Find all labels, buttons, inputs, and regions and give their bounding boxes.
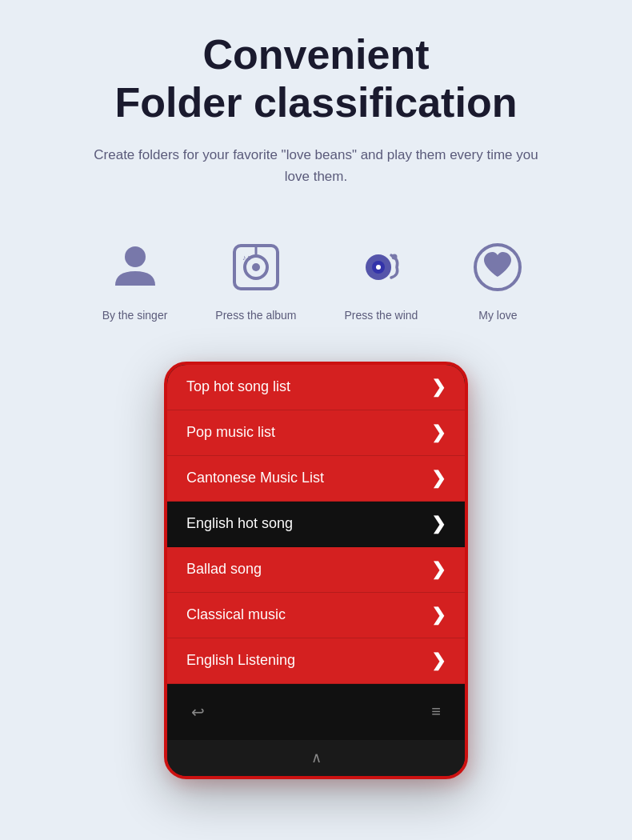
icon-singer[interactable]: By the singer: [102, 235, 168, 322]
icon-wind[interactable]: Press the wind: [345, 235, 418, 322]
menu-item-ballad[interactable]: Ballad song ❯: [167, 547, 465, 593]
phone-screen: Top hot song list ❯ Pop music list ❯ Can…: [167, 365, 465, 684]
svg-point-9: [392, 254, 398, 259]
chevron-icon: ❯: [431, 650, 446, 671]
menu-item-text: Top hot song list: [186, 378, 290, 395]
icons-row: By the singer ♪♫ Press the album Press t…: [0, 203, 632, 346]
menu-item-english-listening[interactable]: English Listening ❯: [167, 638, 465, 684]
phone-container: Top hot song list ❯ Pop music list ❯ Can…: [0, 346, 632, 811]
menu-item-english-hot[interactable]: English hot song ❯: [167, 502, 465, 547]
chevron-icon: ❯: [431, 605, 446, 626]
love-icon: [470, 239, 526, 295]
icon-album[interactable]: ♪♫ Press the album: [215, 235, 296, 322]
singer-icon: [107, 239, 163, 295]
menu-item-text: English hot song: [186, 515, 293, 532]
menu-item-classical[interactable]: Classical music ❯: [167, 593, 465, 638]
subtitle-text: Create folders for your favorite "love b…: [84, 144, 548, 187]
svg-point-0: [125, 246, 146, 267]
header-section: Convenient Folder classification Create …: [0, 0, 632, 203]
menu-item-text: Cantonese Music List: [186, 470, 324, 486]
phone-home-area: ∧: [167, 740, 465, 776]
title-line1: Convenient: [48, 32, 584, 78]
menu-item-text: English Listening: [186, 652, 295, 669]
menu-list: Top hot song list ❯ Pop music list ❯ Can…: [167, 365, 465, 684]
svg-text:♪♫: ♪♫: [242, 254, 251, 262]
title-line2: Folder classification: [48, 78, 584, 127]
home-chevron-icon[interactable]: ∧: [311, 749, 322, 766]
menu-item-text: Pop music list: [186, 424, 275, 441]
album-label: Press the album: [215, 309, 296, 322]
menu-icon[interactable]: ≡: [431, 702, 441, 721]
chevron-icon: ❯: [431, 468, 446, 489]
svg-point-3: [252, 263, 260, 271]
phone-bottom-bar: ↩ ≡: [167, 684, 465, 740]
menu-item-text: Classical music: [186, 606, 286, 623]
menu-item-top-hot[interactable]: Top hot song list ❯: [167, 365, 465, 410]
chevron-icon: ❯: [431, 377, 446, 398]
wind-icon: [353, 239, 409, 295]
icon-love[interactable]: My love: [466, 235, 530, 322]
menu-item-pop[interactable]: Pop music list ❯: [167, 410, 465, 456]
menu-item-text: Ballad song: [186, 561, 262, 578]
album-icon: ♪♫: [228, 239, 284, 295]
chevron-icon: ❯: [431, 422, 446, 443]
back-icon[interactable]: ↩: [191, 702, 205, 722]
singer-label: By the singer: [102, 309, 168, 322]
phone-mockup: Top hot song list ❯ Pop music list ❯ Can…: [164, 362, 468, 779]
wind-label: Press the wind: [345, 309, 418, 322]
love-label: My love: [478, 309, 517, 322]
svg-point-8: [376, 265, 381, 270]
menu-item-cantonese[interactable]: Cantonese Music List ❯: [167, 456, 465, 502]
chevron-icon: ❯: [431, 514, 446, 534]
chevron-icon: ❯: [431, 559, 446, 580]
